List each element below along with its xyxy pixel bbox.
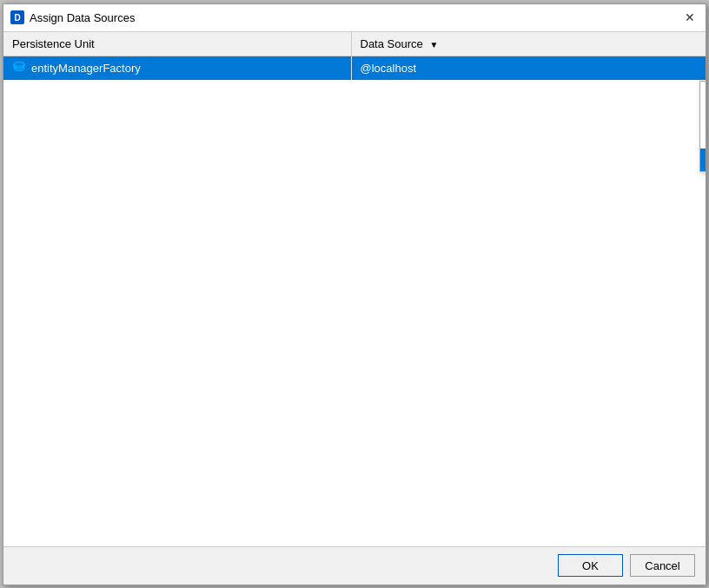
svg-point-0 <box>14 63 24 67</box>
col-header-persistence-unit[interactable]: Persistence Unit <box>3 32 351 56</box>
table-row[interactable]: entityManagerFactory @localhost Default … <box>3 56 706 80</box>
col-header-data-source[interactable]: Data Source ▼ <box>351 32 706 56</box>
dialog-icon: D <box>10 10 24 24</box>
title-bar: D Assign Data Sources ✕ <box>3 4 706 32</box>
dropdown-item-localhost[interactable]: @localhost <box>700 149 706 171</box>
persistence-unit-name: entityManagerFactory <box>31 62 141 75</box>
table-area: Persistence Unit Data Source ▼ <box>3 32 706 546</box>
data-source-cell[interactable]: @localhost Default or no data source <box>351 56 706 80</box>
sort-arrow-icon: ▼ <box>429 40 438 50</box>
close-button[interactable]: ✕ <box>681 9 699 26</box>
data-table: Persistence Unit Data Source ▼ <box>3 32 706 81</box>
dialog-footer: OK Cancel <box>3 546 706 585</box>
datasource-dropdown[interactable]: Default or no data source <box>699 81 706 172</box>
cancel-button[interactable]: Cancel <box>630 554 695 577</box>
dropdown-item-jlocalhost[interactable]: j @localhost <box>700 126 706 149</box>
dropdown-item-ip180[interactable]: @192.168.0.180 <box>700 103 706 126</box>
assign-datasources-dialog: D Assign Data Sources ✕ Persistence Unit… <box>3 3 706 585</box>
title-bar-left: D Assign Data Sources <box>10 10 135 24</box>
dropdown-item-default[interactable]: Default or no data source <box>700 82 706 103</box>
dialog-title: Assign Data Sources <box>30 11 135 24</box>
persistence-unit-cell: entityManagerFactory <box>3 56 351 80</box>
table-header-row: Persistence Unit Data Source ▼ <box>3 32 706 56</box>
table-container[interactable]: Persistence Unit Data Source ▼ <box>3 32 706 546</box>
ok-button[interactable]: OK <box>558 554 623 577</box>
persistence-unit-icon <box>12 61 26 75</box>
